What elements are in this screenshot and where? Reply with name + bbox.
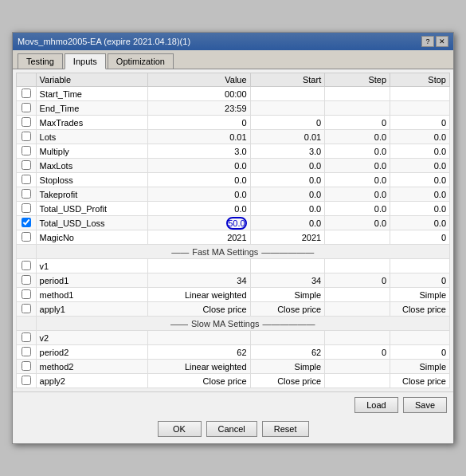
- row-checkbox[interactable]: [22, 117, 31, 127]
- value-cell[interactable]: 0.0: [147, 202, 250, 216]
- section-check-cell: [17, 245, 37, 259]
- value-display: Close price: [203, 376, 247, 386]
- step-cell: [325, 230, 390, 245]
- stop-cell: Simple: [390, 360, 450, 374]
- value-cell[interactable]: 23:59: [147, 101, 250, 116]
- value-cell[interactable]: Close price: [147, 374, 250, 388]
- value-cell[interactable]: [147, 259, 250, 273]
- value-cell[interactable]: 0.0: [147, 159, 250, 173]
- step-cell: 0.0: [325, 130, 390, 144]
- value-cell[interactable]: 62: [147, 345, 250, 360]
- table-row: period2 62 62 0 0: [17, 345, 450, 360]
- stop-cell: Simple: [390, 288, 450, 302]
- table-row: method1 Linear weighted Simple Simple: [17, 288, 450, 302]
- row-checkbox[interactable]: [22, 218, 31, 227]
- row-checkbox-cell[interactable]: [17, 216, 37, 230]
- row-checkbox[interactable]: [22, 232, 31, 242]
- stop-cell: [390, 331, 450, 345]
- step-cell: [325, 374, 390, 388]
- table-row: apply1 Close price Close price Close pri…: [17, 302, 450, 317]
- start-cell: 0.0: [250, 159, 325, 173]
- row-checkbox-cell[interactable]: [17, 187, 37, 202]
- value-cell[interactable]: 34: [147, 273, 250, 288]
- variable-name: Multiply: [36, 144, 147, 159]
- value-cell[interactable]: 0.01: [147, 130, 250, 144]
- table-row: MagicNo 2021 2021 0: [17, 230, 450, 245]
- row-checkbox-cell[interactable]: [17, 273, 37, 288]
- table-row: Total_USD_Profit 0.0 0.0 0.0 0.0: [17, 202, 450, 216]
- cancel-button[interactable]: Cancel: [206, 421, 257, 437]
- row-checkbox-cell[interactable]: [17, 259, 37, 273]
- section-label: ——Slow MA Settings——————: [36, 317, 449, 331]
- row-checkbox[interactable]: [22, 89, 31, 98]
- value-cell[interactable]: Linear weighted: [147, 288, 250, 302]
- row-checkbox-cell[interactable]: [17, 331, 37, 345]
- row-checkbox-cell[interactable]: [17, 87, 37, 101]
- row-checkbox-cell[interactable]: [17, 130, 37, 144]
- row-checkbox[interactable]: [22, 103, 31, 112]
- row-checkbox[interactable]: [22, 332, 31, 342]
- row-checkbox[interactable]: [22, 304, 31, 313]
- value-cell[interactable]: 0.0: [147, 173, 250, 187]
- variable-name: period2: [36, 345, 147, 360]
- value-cell[interactable]: 2021: [147, 230, 250, 245]
- row-checkbox-cell[interactable]: [17, 173, 37, 187]
- row-checkbox-cell[interactable]: [17, 202, 37, 216]
- value-cell[interactable]: Linear weighted: [147, 360, 250, 374]
- ok-button[interactable]: OK: [158, 421, 202, 437]
- tab-bar: Testing Inputs Optimization: [13, 50, 453, 69]
- value-cell[interactable]: 00:00: [147, 87, 250, 101]
- row-checkbox[interactable]: [22, 146, 31, 155]
- load-button[interactable]: Load: [354, 397, 398, 413]
- value-cell[interactable]: 0: [147, 116, 250, 130]
- row-checkbox[interactable]: [22, 261, 31, 270]
- col-stop: Stop: [390, 73, 450, 87]
- tab-testing[interactable]: Testing: [18, 53, 63, 69]
- stop-cell: 0: [390, 230, 450, 245]
- row-checkbox-cell[interactable]: [17, 360, 37, 374]
- reset-button[interactable]: Reset: [262, 421, 309, 437]
- tab-inputs[interactable]: Inputs: [65, 53, 106, 69]
- stop-cell: [390, 259, 450, 273]
- row-checkbox-cell[interactable]: [17, 159, 37, 173]
- window-title: Movs_mhmo2005-EA (expire 2021.04.18)(1): [18, 37, 190, 46]
- row-checkbox-cell[interactable]: [17, 230, 37, 245]
- value-cell[interactable]: Close price: [147, 302, 250, 317]
- row-checkbox[interactable]: [22, 289, 31, 299]
- row-checkbox[interactable]: [22, 160, 31, 170]
- table-row: MaxLots 0.0 0.0 0.0 0.0: [17, 159, 450, 173]
- value-cell[interactable]: 3.0: [147, 144, 250, 159]
- row-checkbox[interactable]: [22, 376, 31, 385]
- table-row: method2 Linear weighted Simple Simple: [17, 360, 450, 374]
- row-checkbox-cell[interactable]: [17, 144, 37, 159]
- row-checkbox-cell[interactable]: [17, 345, 37, 360]
- table-row: v1: [17, 259, 450, 273]
- row-checkbox-cell[interactable]: [17, 101, 37, 116]
- row-checkbox[interactable]: [22, 132, 31, 141]
- row-checkbox-cell[interactable]: [17, 116, 37, 130]
- row-checkbox[interactable]: [22, 275, 31, 285]
- tab-optimization[interactable]: Optimization: [108, 53, 174, 69]
- start-cell: 0.0: [250, 216, 325, 230]
- close-button[interactable]: ✕: [436, 36, 448, 47]
- row-checkbox[interactable]: [22, 203, 31, 213]
- variable-name: Takeprofit: [36, 187, 147, 202]
- row-checkbox[interactable]: [22, 189, 31, 199]
- help-button[interactable]: ?: [421, 36, 434, 47]
- row-checkbox-cell[interactable]: [17, 374, 37, 388]
- row-checkbox[interactable]: [22, 347, 31, 356]
- row-checkbox[interactable]: [22, 175, 31, 184]
- step-cell: 0.0: [325, 202, 390, 216]
- value-cell[interactable]: 50.0: [147, 216, 250, 230]
- start-cell: [250, 259, 325, 273]
- save-button[interactable]: Save: [403, 397, 447, 413]
- value-cell[interactable]: 0.0: [147, 187, 250, 202]
- col-value: Value: [147, 73, 250, 87]
- row-checkbox[interactable]: [22, 361, 31, 371]
- row-checkbox-cell[interactable]: [17, 302, 37, 317]
- value-display: Linear weighted: [185, 290, 247, 300]
- start-cell: [250, 87, 325, 101]
- value-cell[interactable]: [147, 331, 250, 345]
- row-checkbox-cell[interactable]: [17, 288, 37, 302]
- variable-name: v2: [36, 331, 147, 345]
